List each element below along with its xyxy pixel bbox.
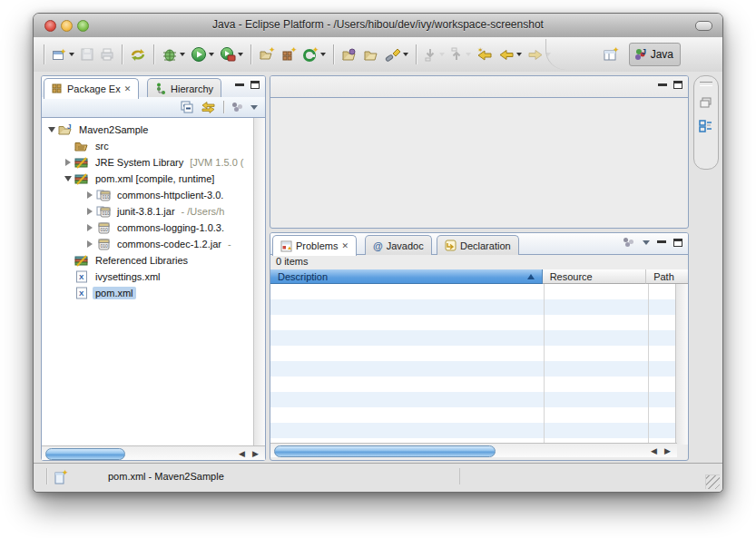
ivy-resolve-button[interactable] <box>128 43 148 66</box>
problems-icon <box>280 240 292 252</box>
tab-problems[interactable]: Problems ✕ <box>272 235 357 256</box>
dropdown-arrow-icon[interactable] <box>238 53 243 56</box>
library-icon <box>74 155 89 170</box>
tab-declaration[interactable]: Declaration <box>437 235 519 255</box>
scrollbar-thumb[interactable] <box>274 445 496 457</box>
tab-label: Declaration <box>460 240 511 251</box>
java-perspective-button[interactable]: J Java <box>629 43 681 66</box>
open-perspective-button[interactable]: ✦ <box>601 43 621 66</box>
new-wizard-button[interactable]: ✦ <box>50 43 76 66</box>
back-button[interactable] <box>496 43 524 66</box>
tree-item-jre-library[interactable]: JRE System Library [JVM 1.5.0 ( <box>42 154 253 171</box>
expand-arrow-icon[interactable] <box>87 240 93 248</box>
main-toolbar: ✦ <box>34 37 722 73</box>
maximize-view-icon[interactable] <box>673 239 682 247</box>
toolbar-toggle-button[interactable] <box>695 21 712 31</box>
column-header-resource[interactable]: Resource <box>543 269 647 284</box>
minimize-view-icon[interactable] <box>658 83 667 87</box>
tab-hierarchy[interactable]: Hierarchy <box>147 78 221 98</box>
collapse-arrow-icon[interactable] <box>64 176 72 181</box>
collapse-all-icon[interactable] <box>181 101 194 113</box>
tree-item-jar[interactable]: 010 junit-3.8.1.jar - /Users/h <box>42 203 253 220</box>
outline-view-icon[interactable] <box>699 119 713 133</box>
previous-annotation-button[interactable] <box>448 43 473 66</box>
view-menu-icon[interactable] <box>231 103 244 112</box>
tree-item-jar[interactable]: 010 commons-codec-1.2.jar - <box>42 236 253 252</box>
restore-views-icon[interactable] <box>699 95 713 110</box>
debug-button[interactable] <box>160 43 187 66</box>
jar-icon: 010 <box>96 220 111 235</box>
java-perspective-label: Java <box>651 48 673 61</box>
expand-arrow-icon[interactable] <box>87 224 93 231</box>
maximize-view-icon[interactable] <box>250 81 260 89</box>
scrollbar-thumb[interactable] <box>45 448 125 460</box>
column-header-description[interactable]: Description <box>270 269 543 284</box>
toolbar-handle <box>44 44 44 64</box>
minimize-view-icon[interactable] <box>235 83 244 87</box>
dropdown-arrow-icon[interactable] <box>403 53 408 56</box>
view-menu-icon[interactable] <box>623 238 635 247</box>
close-tab-icon[interactable]: ✕ <box>124 85 132 93</box>
selected-tree-label: pom.xml <box>93 287 136 299</box>
new-java-project-button[interactable]: ✦ <box>257 43 277 66</box>
package-explorer-horizontal-scrollbar[interactable]: ◀ ▶ <box>42 445 265 460</box>
last-edit-location-button[interactable]: ✶ <box>475 43 495 66</box>
expand-arrow-icon[interactable] <box>87 208 93 215</box>
new-package-icon: ✦ <box>280 47 297 63</box>
tree-item-referenced-libraries[interactable]: Referenced Libraries <box>42 252 253 269</box>
link-with-editor-icon[interactable] <box>201 101 216 113</box>
problems-table-body[interactable] <box>270 284 677 445</box>
window-resize-grip[interactable] <box>705 474 720 489</box>
new-package-button[interactable]: ✦ <box>279 43 299 66</box>
title-bar[interactable]: Java - Eclipse Platform - /Users/hibou/d… <box>34 14 722 38</box>
dropdown-arrow-icon[interactable] <box>320 53 326 56</box>
tree-item-ivysettings[interactable]: X ivysettings.xml <box>42 269 253 285</box>
expand-arrow-icon[interactable] <box>87 191 93 199</box>
tab-package-explorer[interactable]: Package Ex ✕ <box>44 78 139 99</box>
external-tools-button[interactable] <box>218 43 245 66</box>
run-button[interactable] <box>189 43 216 66</box>
jar-with-source-icon: 010 <box>96 188 111 202</box>
scroll-left-arrow-icon[interactable]: ◀ <box>236 449 248 458</box>
tab-javadoc[interactable]: @ Javadoc <box>365 235 432 255</box>
package-explorer-vertical-scrollbar[interactable] <box>253 118 265 445</box>
problems-vertical-scrollbar[interactable] <box>675 284 688 445</box>
scroll-right-arrow-icon[interactable]: ▶ <box>662 446 673 455</box>
close-tab-icon[interactable]: ✕ <box>341 242 349 250</box>
eclipse-window: Java - Eclipse Platform - /Users/hibou/d… <box>33 13 723 493</box>
tree-item-project[interactable]: J Maven2Sample <box>42 122 253 138</box>
open-folder-button[interactable] <box>361 43 381 66</box>
print-button[interactable] <box>98 43 116 66</box>
minimize-view-icon[interactable] <box>657 240 666 244</box>
svg-text:X: X <box>79 289 84 298</box>
tab-label: Package Ex <box>67 83 121 94</box>
editor-status-icon: ✦ <box>54 469 68 489</box>
tab-label: Hierarchy <box>171 83 213 94</box>
view-menu-chevron-icon[interactable] <box>250 105 258 110</box>
next-annotation-button[interactable] <box>422 43 447 66</box>
column-header-path[interactable]: Path <box>646 269 688 284</box>
maximize-view-icon[interactable] <box>673 81 682 89</box>
new-class-button[interactable]: ✦ <box>300 43 328 66</box>
source-folder-icon <box>74 139 89 153</box>
tree-item-pom-xml[interactable]: X pom.xml <box>42 285 253 301</box>
view-menu-chevron-icon[interactable] <box>643 240 650 245</box>
open-type-button[interactable] <box>339 43 359 66</box>
tree-item-src[interactable]: src <box>42 138 253 154</box>
scroll-left-arrow-icon[interactable]: ◀ <box>648 446 660 455</box>
problems-horizontal-scrollbar[interactable]: ◀ ▶ <box>270 443 677 457</box>
trim-drag-handle[interactable] <box>700 82 712 86</box>
tree-item-jar[interactable]: 010 commons-httpclient-3.0. <box>42 187 253 203</box>
scroll-right-arrow-icon[interactable]: ▶ <box>250 449 261 458</box>
search-button[interactable] <box>383 43 410 66</box>
dropdown-arrow-icon[interactable] <box>209 53 214 56</box>
forward-arrow-icon <box>527 47 544 62</box>
library-icon <box>74 171 89 186</box>
expand-arrow-icon[interactable] <box>65 159 71 166</box>
tree-item-jar[interactable]: 010 commons-logging-1.0.3. <box>42 220 253 236</box>
save-button[interactable] <box>78 43 96 66</box>
tree-item-pom-container[interactable]: pom.xml [compile, runtime] <box>42 171 253 187</box>
dropdown-arrow-icon[interactable] <box>180 53 185 56</box>
dropdown-arrow-icon[interactable] <box>69 53 74 56</box>
collapse-arrow-icon[interactable] <box>48 127 55 132</box>
